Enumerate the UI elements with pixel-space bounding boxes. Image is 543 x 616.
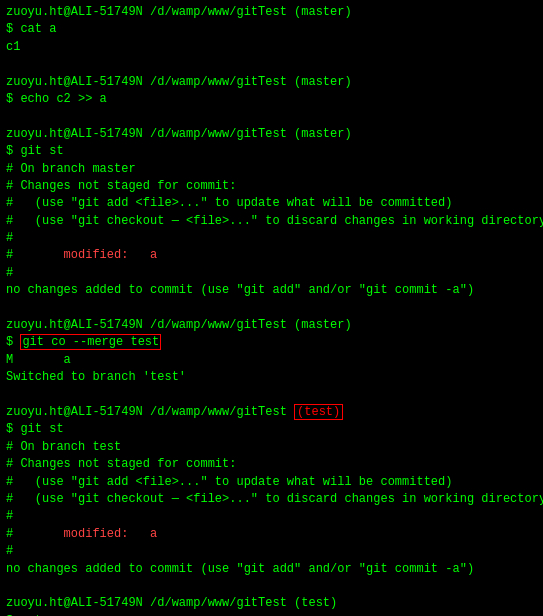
branch-test-boxed: (test) bbox=[294, 404, 343, 420]
cmd-git-st-2: $ git st bbox=[6, 421, 537, 438]
comment-changes-not-staged-1: # Changes not staged for commit: bbox=[6, 178, 537, 195]
comment-blank-3: # bbox=[6, 508, 537, 525]
comment-on-branch-master: # On branch master bbox=[6, 161, 537, 178]
comment-use-git-add-2: # (use "git add <file>..." to update wha… bbox=[6, 474, 537, 491]
modified-line-1: # modified: a bbox=[6, 247, 537, 264]
blank-3 bbox=[6, 300, 537, 317]
output-m-a: M a bbox=[6, 352, 537, 369]
terminal: zuoyu.ht@ALI-51749N /d/wamp/www/gitTest … bbox=[0, 0, 543, 616]
prompt-line-5: zuoyu.ht@ALI-51749N /d/wamp/www/gitTest … bbox=[6, 404, 537, 421]
prompt-line-3: zuoyu.ht@ALI-51749N /d/wamp/www/gitTest … bbox=[6, 126, 537, 143]
blank-4 bbox=[6, 387, 537, 404]
blank-5 bbox=[6, 578, 537, 595]
no-changes-2: no changes added to commit (use "git add… bbox=[6, 561, 537, 578]
cmd-echo: $ echo c2 >> a bbox=[6, 91, 537, 108]
comment-blank-2: # bbox=[6, 265, 537, 282]
comment-blank-4: # bbox=[6, 543, 537, 560]
comment-use-git-checkout-2: # (use "git checkout — <file>..." to dis… bbox=[6, 491, 537, 508]
comment-on-branch-test: # On branch test bbox=[6, 439, 537, 456]
blank-1 bbox=[6, 56, 537, 73]
comment-use-git-add-1: # (use "git add <file>..." to update wha… bbox=[6, 195, 537, 212]
cmd-highlight-box: git co --merge test bbox=[20, 334, 161, 350]
output-c1-1: c1 bbox=[6, 39, 537, 56]
prompt-line-2: zuoyu.ht@ALI-51749N /d/wamp/www/gitTest … bbox=[6, 74, 537, 91]
cmd-git-co-merge: $ git co --merge test bbox=[6, 334, 537, 351]
no-changes-1: no changes added to commit (use "git add… bbox=[6, 282, 537, 299]
path: /d/wamp/www/gitTest bbox=[143, 5, 294, 19]
comment-changes-not-staged-2: # Changes not staged for commit: bbox=[6, 456, 537, 473]
output-switched: Switched to branch 'test' bbox=[6, 369, 537, 386]
branch-label: (master) bbox=[294, 5, 352, 19]
modified-line-2: # modified: a bbox=[6, 526, 537, 543]
user-host: zuoyu.ht@ALI-51749N bbox=[6, 5, 143, 19]
comment-blank-1: # bbox=[6, 230, 537, 247]
prompt-line-6: zuoyu.ht@ALI-51749N /d/wamp/www/gitTest … bbox=[6, 595, 537, 612]
prompt-line-4: zuoyu.ht@ALI-51749N /d/wamp/www/gitTest … bbox=[6, 317, 537, 334]
cmd-git-st-1: $ git st bbox=[6, 143, 537, 160]
blank-2 bbox=[6, 108, 537, 125]
cmd-cat-a: $ cat a bbox=[6, 21, 537, 38]
comment-use-git-checkout-1: # (use "git checkout — <file>..." to dis… bbox=[6, 213, 537, 230]
prompt-line-1: zuoyu.ht@ALI-51749N /d/wamp/www/gitTest … bbox=[6, 4, 537, 21]
